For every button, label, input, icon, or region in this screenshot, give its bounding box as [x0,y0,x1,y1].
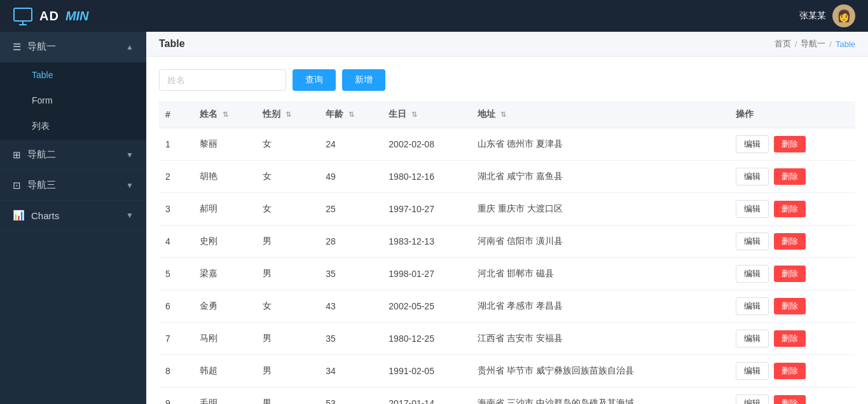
col-age[interactable]: 年龄 ⇅ [319,101,382,128]
breadcrumb-nav[interactable]: 导航一 [801,38,825,50]
table-label: Table [32,70,53,80]
add-button[interactable]: 新增 [342,69,385,91]
cell-birthday: 1980-12-25 [382,323,471,355]
edit-button[interactable]: 编辑 [736,297,769,315]
edit-button[interactable]: 编辑 [736,135,769,153]
logo-ad: AD [39,9,59,24]
sidebar-charts-label: Charts [31,210,59,221]
edit-button[interactable]: 编辑 [736,394,769,404]
table-row: 1 黎丽 女 24 2002-02-08 山东省 德州市 夏津县 编辑 删除 [159,128,855,161]
cell-address: 河南省 信阳市 潢川县 [471,226,729,258]
cell-age: 34 [319,355,382,387]
cell-actions: 编辑 删除 [729,193,855,226]
cell-birthday: 2002-02-08 [382,128,471,161]
table-header-row: # 姓名 ⇅ 性别 ⇅ 年龄 ⇅ 生日 ⇅ 地址 ⇅ 操作 [159,101,855,128]
sidebar-item-table[interactable]: Table [0,62,146,88]
cell-gender: 女 [256,161,319,193]
chevron-up-icon: ▲ [126,43,134,51]
col-birthday[interactable]: 生日 ⇅ [382,101,471,128]
cell-id: 2 [159,161,193,193]
cell-age: 25 [319,193,382,226]
sidebar-item-nav3[interactable]: ⊡ 导航三 ▼ [0,170,146,201]
cell-id: 9 [159,387,193,405]
cell-gender: 男 [256,355,319,387]
table-row: 8 韩超 男 34 1991-02-05 贵州省 毕节市 威宁彝族回族苗族自治县… [159,355,855,387]
cell-id: 6 [159,290,193,323]
cell-id: 3 [159,193,193,226]
cell-address: 海南省 三沙市 中沙群岛的岛礁及其海域 [471,387,729,405]
breadcrumb-sep2: / [829,39,832,49]
sidebar-item-nav1[interactable]: ☰ 导航一 ▲ [0,32,146,62]
user-info[interactable]: 张某某 👩 [799,4,855,27]
chevron-down-icon: ▼ [126,151,134,159]
cell-actions: 编辑 删除 [729,258,855,290]
breadcrumb-home[interactable]: 首页 [775,38,791,50]
breadcrumb: 首页 / 导航一 / Table [775,38,855,50]
table-row: 7 马刚 男 35 1980-12-25 江西省 吉安市 安福县 编辑 删除 [159,323,855,355]
cell-actions: 编辑 删除 [729,387,855,405]
col-gender[interactable]: 性别 ⇅ [256,101,319,128]
svg-rect-0 [14,8,32,21]
edit-button[interactable]: 编辑 [736,168,769,185]
cell-birthday: 1997-10-27 [382,193,471,226]
delete-button[interactable]: 删除 [774,266,806,282]
edit-button[interactable]: 编辑 [736,265,769,283]
edit-button[interactable]: 编辑 [736,232,769,250]
page-title: Table [159,38,185,50]
sidebar-item-form[interactable]: Form [0,88,146,113]
chevron-down-icon2: ▼ [126,181,134,190]
cell-actions: 编辑 删除 [729,290,855,323]
edit-button[interactable]: 编辑 [736,200,769,218]
sort-address-icon: ⇅ [500,111,506,118]
sort-age-icon: ⇅ [348,111,354,118]
cell-name: 黎丽 [193,128,256,161]
avatar: 👩 [832,4,855,27]
sidebar-item-charts[interactable]: 📊 Charts ▼ [0,201,146,231]
delete-button[interactable]: 删除 [774,395,806,404]
chevron-down-icon3: ▼ [126,211,134,220]
cell-address: 山东省 德州市 夏津县 [471,128,729,161]
cell-name: 韩超 [193,355,256,387]
delete-button[interactable]: 删除 [774,201,806,217]
cell-id: 5 [159,258,193,290]
cell-birthday: 2002-05-25 [382,290,471,323]
cell-name: 毛明 [193,387,256,405]
edit-button[interactable]: 编辑 [736,330,769,347]
col-name[interactable]: 姓名 ⇅ [193,101,256,128]
cell-id: 8 [159,355,193,387]
delete-button[interactable]: 删除 [774,363,806,379]
cell-birthday: 2017-01-14 [382,387,471,405]
sidebar-nav2-label: 导航二 [27,149,56,161]
sidebar-item-list[interactable]: 列表 [0,113,146,140]
table-row: 6 金勇 女 43 2002-05-25 湖北省 孝感市 孝昌县 编辑 删除 [159,290,855,323]
edit-button[interactable]: 编辑 [736,362,769,380]
cell-id: 1 [159,128,193,161]
app-header: ADMIN 张某某 👩 [0,0,868,32]
query-button[interactable]: 查询 [293,69,336,91]
sort-gender-icon: ⇅ [286,111,291,118]
delete-button[interactable]: 删除 [774,330,806,347]
bar-chart-icon: 📊 [13,210,25,221]
cell-gender: 女 [256,128,319,161]
search-input[interactable] [159,69,286,91]
cell-address: 湖北省 咸宁市 嘉鱼县 [471,161,729,193]
cell-gender: 男 [256,387,319,405]
sort-name-icon: ⇅ [223,111,228,118]
cell-age: 43 [319,290,382,323]
cell-age: 24 [319,128,382,161]
sidebar-nav1-label: 导航一 [27,41,56,53]
delete-button[interactable]: 删除 [774,168,806,185]
delete-button[interactable]: 删除 [774,233,806,250]
cell-gender: 女 [256,193,319,226]
delete-button[interactable]: 删除 [774,136,806,152]
sidebar-item-nav2[interactable]: ⊞ 导航二 ▼ [0,140,146,170]
cell-id: 7 [159,323,193,355]
cell-name: 金勇 [193,290,256,323]
breadcrumb-sep1: / [795,39,797,49]
grid-icon: ⊞ [13,149,21,161]
delete-button[interactable]: 删除 [774,298,806,314]
table-row: 4 史刚 男 28 1983-12-13 河南省 信阳市 潢川县 编辑 删除 [159,226,855,258]
col-address[interactable]: 地址 ⇅ [471,101,729,128]
cell-name: 梁嘉 [193,258,256,290]
sidebar: ☰ 导航一 ▲ Table Form 列表 ⊞ 导航二 ▼ [0,32,146,404]
